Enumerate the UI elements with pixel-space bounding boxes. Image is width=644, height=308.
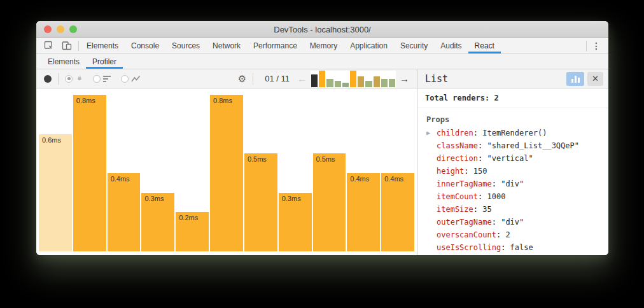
next-commit-icon[interactable]: → xyxy=(397,74,412,83)
tab-network[interactable]: Network xyxy=(206,38,247,53)
tab-console[interactable]: Console xyxy=(125,38,165,53)
prop-key: itemSize xyxy=(437,205,473,214)
minimap-commit-bar[interactable] xyxy=(365,81,372,87)
prop-key: height xyxy=(437,167,464,176)
prop-row-useIsScrolling: useIsScrolling: false xyxy=(417,241,608,254)
commit-bar-label: 0.3ms xyxy=(141,193,174,202)
total-renders: Total renders: 2 xyxy=(417,88,608,108)
bar-chart-icon xyxy=(578,78,580,83)
commit-bar[interactable]: 0.8ms xyxy=(210,95,243,251)
tab-security[interactable]: Security xyxy=(394,38,434,53)
divider xyxy=(586,41,587,52)
minimap-commit-bar[interactable] xyxy=(350,71,356,87)
inspect-element-icon[interactable] xyxy=(43,39,55,52)
component-chart-button[interactable] xyxy=(566,72,584,86)
bar-chart-icon xyxy=(575,76,577,83)
tab-memory[interactable]: Memory xyxy=(304,38,344,53)
ranked-chart-icon xyxy=(103,75,112,83)
commit-bar-label: 0.2ms xyxy=(176,212,209,221)
close-icon: ✕ xyxy=(592,74,599,83)
bar-chart-icon xyxy=(571,79,573,83)
minimap-commit-bar[interactable] xyxy=(389,79,395,87)
prop-value: "div" xyxy=(501,218,524,227)
divider xyxy=(78,41,79,51)
record-button[interactable] xyxy=(44,75,52,83)
commit-bar[interactable]: 0.4ms xyxy=(347,173,380,251)
prop-value: "shared_List__3QQeP" xyxy=(487,141,579,150)
minimap-commit-bar[interactable] xyxy=(358,76,364,87)
commit-minimap[interactable] xyxy=(311,71,396,87)
view-mode-flamegraph[interactable] xyxy=(65,74,84,83)
gear-icon[interactable]: ⚙ xyxy=(238,74,246,83)
view-mode-ranked[interactable] xyxy=(93,75,112,83)
device-toolbar-icon[interactable] xyxy=(60,39,73,52)
commit-bar-label: 0.6ms xyxy=(39,134,72,144)
commit-bar[interactable]: 0.3ms xyxy=(279,193,312,251)
tab-application[interactable]: Application xyxy=(344,38,394,53)
commit-bar[interactable]: 0.5ms xyxy=(244,153,277,251)
props-list: ▶children: ItemRenderer()className: "sha… xyxy=(417,127,608,255)
total-renders-value: 2 xyxy=(494,94,498,102)
tab-react[interactable]: React xyxy=(468,38,501,53)
minimap-commit-bar[interactable] xyxy=(319,71,325,87)
title-bar: DevTools - localhost:3000/ xyxy=(36,21,608,38)
tab-audits[interactable]: Audits xyxy=(434,38,468,53)
tab-sources[interactable]: Sources xyxy=(165,38,206,53)
prop-key: className xyxy=(437,141,478,150)
divider xyxy=(58,73,59,85)
commit-bar[interactable]: 0.6ms xyxy=(39,134,72,251)
subtab-elements[interactable]: Elements xyxy=(41,54,86,69)
commit-index-label: 01 / 11 xyxy=(265,74,290,83)
prop-row-height: height: 150 xyxy=(417,165,608,178)
commit-bar[interactable]: 0.4ms xyxy=(381,173,414,251)
prop-row-direction: direction: "vertical" xyxy=(417,152,608,165)
profiler-pane: ⚙ 01 / 11 ← → 0.6ms0.8ms0.4ms0.3ms0.2ms0… xyxy=(36,69,417,255)
expander-icon[interactable]: ▶ xyxy=(426,127,430,139)
minimap-commit-bar[interactable] xyxy=(311,74,318,87)
close-details-button[interactable]: ✕ xyxy=(587,72,603,86)
prop-row-width: width: 300 xyxy=(417,254,608,255)
interactions-radio[interactable] xyxy=(121,75,129,83)
devtools-tab-bar: ElementsConsoleSourcesNetworkPerformance… xyxy=(36,38,608,54)
prop-key: children xyxy=(437,129,473,137)
prop-value: 2 xyxy=(505,230,510,239)
prop-key: direction xyxy=(437,154,478,163)
subtab-profiler[interactable]: Profiler xyxy=(86,54,123,69)
page-background: DevTools - localhost:3000/ xyxy=(0,0,644,308)
main-tabs: ElementsConsoleSourcesNetworkPerformance… xyxy=(80,38,501,53)
prop-row-itemSize: itemSize: 35 xyxy=(417,203,608,216)
view-mode-interactions[interactable] xyxy=(121,75,141,83)
minimap-commit-bar[interactable] xyxy=(326,79,333,87)
minimap-commit-bar[interactable] xyxy=(381,79,388,87)
commit-bar-label: 0.8ms xyxy=(73,95,106,104)
tab-performance[interactable]: Performance xyxy=(247,38,304,53)
prop-key: innerTagName xyxy=(437,179,492,188)
details-header: List ✕ xyxy=(417,69,608,88)
interactions-icon xyxy=(131,75,141,83)
tab-elements[interactable]: Elements xyxy=(80,38,125,53)
prop-row-innerTagName: innerTagName: "div" xyxy=(417,178,608,190)
divider xyxy=(253,73,253,85)
prev-commit-icon[interactable]: ← xyxy=(295,74,309,83)
commit-bar[interactable]: 0.2ms xyxy=(176,212,209,251)
minimap-commit-bar[interactable] xyxy=(335,81,341,87)
flamegraph-radio[interactable] xyxy=(65,75,73,83)
minimap-commit-bar[interactable] xyxy=(374,76,380,87)
prop-key: overscanCount xyxy=(437,230,496,239)
prop-key: itemCount xyxy=(437,192,478,201)
ranked-radio[interactable] xyxy=(93,75,101,83)
prop-key: useIsScrolling xyxy=(437,243,501,252)
commit-bar-label: 0.4ms xyxy=(347,173,380,183)
commit-bar[interactable]: 0.5ms xyxy=(313,153,346,251)
commit-bar[interactable]: 0.3ms xyxy=(141,193,174,251)
kebab-menu-icon[interactable]: ⋮ xyxy=(588,41,605,51)
commit-bar[interactable]: 0.8ms xyxy=(73,95,106,251)
component-details-panel: List ✕ Total renders: xyxy=(417,69,608,255)
prop-row-outerTagName: outerTagName: "div" xyxy=(417,216,608,228)
commit-bar[interactable]: 0.4ms xyxy=(108,173,141,251)
prop-value: 35 xyxy=(482,205,491,214)
prop-value: false xyxy=(510,243,533,252)
prop-row-overscanCount: overscanCount: 2 xyxy=(417,228,608,241)
prop-row-itemCount: itemCount: 1000 xyxy=(417,190,608,203)
minimap-commit-bar[interactable] xyxy=(342,83,349,87)
